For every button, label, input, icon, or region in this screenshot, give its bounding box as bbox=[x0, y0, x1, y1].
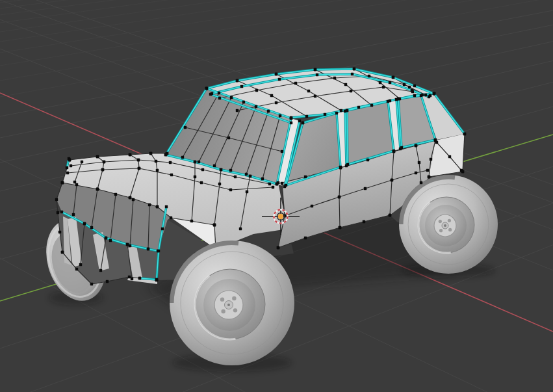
viewport-canvas[interactable] bbox=[0, 0, 553, 392]
wheel-front-left[interactable] bbox=[170, 241, 294, 365]
wheel-rear-left[interactable] bbox=[399, 175, 498, 274]
3d-viewport[interactable] bbox=[0, 0, 553, 392]
